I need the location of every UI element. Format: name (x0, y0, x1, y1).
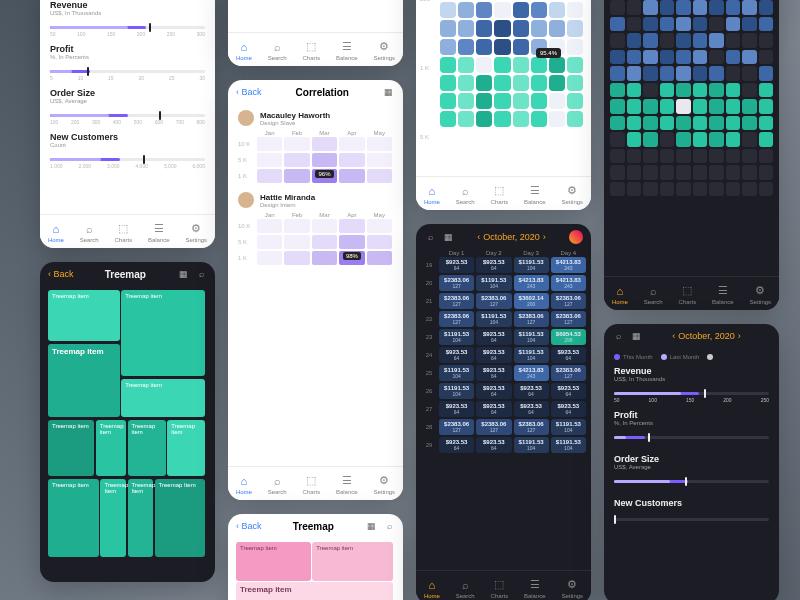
heat-cell[interactable] (458, 57, 474, 73)
matrix-cell[interactable] (627, 33, 642, 48)
table-cell[interactable]: $923.5364 (439, 401, 474, 417)
matrix-cell[interactable] (726, 0, 741, 15)
matrix-cell[interactable] (676, 0, 691, 15)
table-cell[interactable]: $6954.53298 (551, 329, 586, 345)
heat-cell[interactable] (312, 137, 337, 151)
search-icon[interactable]: ⌕ (195, 268, 207, 280)
matrix-cell[interactable] (610, 50, 625, 65)
matrix-cell[interactable] (742, 182, 757, 197)
calendar-icon[interactable]: ▦ (442, 231, 454, 243)
matrix-cell[interactable] (610, 132, 625, 147)
table-cell[interactable]: $1191.53104 (514, 257, 549, 273)
treemap-item[interactable]: Treemap item (96, 420, 126, 477)
table-cell[interactable]: $923.5364 (476, 437, 511, 453)
heat-cell[interactable] (312, 251, 337, 265)
matrix-cell[interactable] (709, 182, 724, 197)
heat-cell[interactable] (257, 251, 282, 265)
matrix-cell[interactable] (759, 149, 774, 164)
matrix-cell[interactable] (709, 66, 724, 81)
matrix-cell[interactable] (709, 165, 724, 180)
tab-settings[interactable]: ⚙Settings (373, 40, 395, 61)
heat-cell[interactable] (440, 75, 456, 91)
heat-cell[interactable] (312, 219, 337, 233)
heat-cell[interactable] (367, 137, 392, 151)
tab-settings[interactable]: ⚙Settings (373, 474, 395, 495)
matrix-cell[interactable] (759, 132, 774, 147)
matrix-cell[interactable] (627, 0, 642, 15)
matrix-cell[interactable] (693, 132, 708, 147)
matrix-cell[interactable] (643, 33, 658, 48)
matrix-cell[interactable] (726, 33, 741, 48)
matrix-cell[interactable] (660, 33, 675, 48)
matrix-cell[interactable] (610, 182, 625, 197)
matrix-cell[interactable] (726, 116, 741, 131)
matrix-cell[interactable] (610, 149, 625, 164)
heat-cell[interactable] (367, 235, 392, 249)
heat-cell[interactable] (284, 169, 309, 183)
table-cell[interactable]: $2383.06127 (551, 365, 586, 381)
heat-cell[interactable] (476, 75, 492, 91)
cells-matrix-grid[interactable] (604, 0, 779, 202)
table-cell[interactable]: $923.5364 (439, 437, 474, 453)
table-cell[interactable]: $2383.06127 (476, 419, 511, 435)
heat-cell[interactable] (257, 235, 282, 249)
table-cell[interactable]: $923.5364 (439, 347, 474, 363)
treemap[interactable]: Treemap itemTreemap itemTreemap item (236, 542, 395, 600)
matrix-cell[interactable] (742, 132, 757, 147)
tab-search[interactable]: ⌕Search (456, 185, 475, 205)
heat-cell[interactable] (567, 20, 583, 36)
heat-cell[interactable] (531, 75, 547, 91)
matrix-cell[interactable] (742, 99, 757, 114)
treemap-item[interactable]: Treemap item (48, 420, 94, 477)
heat-cell[interactable]: 98% (339, 251, 364, 265)
heat-cell[interactable] (476, 57, 492, 73)
heat-cell[interactable] (458, 75, 474, 91)
slider[interactable] (614, 474, 769, 488)
month-picker[interactable]: ‹ October, 2020 › (477, 232, 546, 242)
table-cell[interactable]: $4213.83243 (514, 275, 549, 291)
tab-home[interactable]: ⌂Home (48, 223, 64, 243)
heat-cell[interactable] (549, 93, 565, 109)
matrix-cell[interactable] (742, 0, 757, 15)
matrix-cell[interactable] (643, 83, 658, 98)
matrix-cell[interactable] (693, 165, 708, 180)
slider[interactable]: 1,0002,0003,0004,0005,0006,000 (50, 152, 205, 166)
matrix-cell[interactable] (660, 99, 675, 114)
heat-cell[interactable] (513, 111, 529, 127)
heat-cell[interactable] (494, 20, 510, 36)
table-cell[interactable]: $1191.53104 (551, 419, 586, 435)
tab-home[interactable]: ⌂Home (236, 41, 252, 61)
table-cell[interactable]: $1191.53104 (551, 437, 586, 453)
matrix-cell[interactable] (759, 50, 774, 65)
tab-search[interactable]: ⌕Search (456, 579, 475, 599)
heat-cell[interactable] (458, 93, 474, 109)
matrix-cell[interactable] (660, 182, 675, 197)
slider[interactable]: 50100150200250300 (50, 20, 205, 34)
heat-cell[interactable] (339, 137, 364, 151)
heat-cell[interactable] (567, 111, 583, 127)
heat-cell[interactable] (494, 57, 510, 73)
matrix-cell[interactable] (676, 83, 691, 98)
heat-cell[interactable] (549, 75, 565, 91)
table-cell[interactable]: $4213.83243 (551, 257, 586, 273)
matrix-cell[interactable] (660, 50, 675, 65)
matrix-cell[interactable] (676, 149, 691, 164)
matrix-cell[interactable] (676, 99, 691, 114)
matrix-cell[interactable] (627, 99, 642, 114)
table-cell[interactable]: $2383.06127 (551, 293, 586, 309)
heat-cell[interactable] (513, 20, 529, 36)
matrix-cell[interactable] (627, 116, 642, 131)
matrix-cell[interactable] (709, 83, 724, 98)
matrix-cell[interactable] (726, 165, 741, 180)
matrix-cell[interactable] (660, 165, 675, 180)
heat-cell[interactable] (549, 111, 565, 127)
heat-cell[interactable] (513, 39, 529, 55)
table-cell[interactable]: $923.5364 (514, 383, 549, 399)
table-cell[interactable]: $1191.53104 (439, 383, 474, 399)
heat-cell[interactable] (339, 235, 364, 249)
matrix-cell[interactable] (643, 99, 658, 114)
tab-home[interactable]: ⌂Home (424, 579, 440, 599)
heat-cell[interactable] (440, 93, 456, 109)
heat-cell[interactable] (339, 153, 364, 167)
back-button[interactable]: ‹ Back (236, 87, 262, 97)
